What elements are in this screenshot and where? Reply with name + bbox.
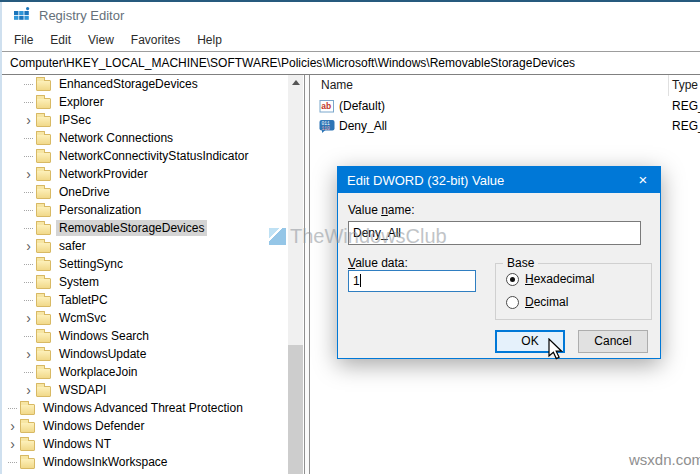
- tree-item-label: RemovableStorageDevices: [56, 220, 207, 236]
- tree-item[interactable]: NetworkConnectivityStatusIndicator: [2, 147, 288, 165]
- tree-item-label: SettingSync: [56, 256, 126, 272]
- value-type-cell: REG_: [672, 119, 700, 133]
- expand-arrow-icon[interactable]: ›: [6, 435, 19, 453]
- tree-item[interactable]: › Windows Defender: [2, 417, 288, 435]
- value-row-deny-all[interactable]: 011 110 Deny_All REG_: [311, 116, 700, 136]
- tree-item[interactable]: System: [2, 273, 288, 291]
- folder-icon: [36, 368, 51, 379]
- tree-item[interactable]: › WindowsUpdate: [2, 345, 288, 363]
- folder-icon: [36, 386, 51, 397]
- column-separator[interactable]: [668, 75, 669, 96]
- folder-icon: [36, 188, 51, 199]
- expand-arrow-icon[interactable]: ›: [22, 237, 35, 255]
- window-title: Registry Editor: [39, 8, 124, 23]
- tree-item[interactable]: › NetworkProvider: [2, 165, 288, 183]
- string-value-icon: ab: [319, 98, 335, 114]
- tree-item[interactable]: › WSDAPI: [2, 381, 288, 399]
- base-group-box: Base Hexadecimal Decimal: [495, 263, 652, 320]
- tree-item[interactable]: › IPSec: [2, 111, 288, 129]
- tree-item-label: WcmSvc: [56, 310, 109, 326]
- up-arrow-icon: [292, 80, 300, 85]
- column-header-name[interactable]: Name: [321, 78, 353, 92]
- svg-text:ab: ab: [321, 101, 331, 111]
- scrollbar-up-button[interactable]: [288, 75, 303, 90]
- column-header-type[interactable]: Type: [672, 78, 698, 92]
- tree-branch-dots: [22, 129, 35, 147]
- tree-branch-dots: [22, 219, 35, 237]
- tree-item-selected[interactable]: RemovableStorageDevices: [2, 219, 288, 237]
- tree-item[interactable]: WorkplaceJoin: [2, 363, 288, 381]
- expand-arrow-icon[interactable]: ›: [22, 309, 35, 327]
- tree-item[interactable]: › safer: [2, 237, 288, 255]
- menu-bar: File Edit View Favorites Help: [2, 28, 700, 51]
- menu-view[interactable]: View: [86, 31, 116, 49]
- folder-icon: [36, 134, 51, 145]
- folder-icon: [36, 296, 51, 307]
- folder-icon: [20, 440, 35, 451]
- registry-editor-icon: [13, 6, 31, 24]
- tree-vertical-scrollbar[interactable]: [288, 75, 303, 474]
- title-bar: Registry Editor: [2, 2, 700, 28]
- folder-icon: [36, 332, 51, 343]
- value-type-cell: REG_: [672, 99, 700, 113]
- tree-item[interactable]: Personalization: [2, 201, 288, 219]
- panel-splitter[interactable]: [304, 75, 310, 474]
- value-name-cell: Deny_All: [339, 119, 387, 133]
- address-bar[interactable]: Computer\HKEY_LOCAL_MACHINE\SOFTWARE\Pol…: [2, 51, 700, 75]
- dword-value-icon: 011 110: [319, 118, 335, 134]
- radio-selected-icon[interactable]: [506, 273, 519, 286]
- tree-item[interactable]: › WcmSvc: [2, 309, 288, 327]
- tree-item[interactable]: WindowsInkWorkspace: [2, 453, 288, 471]
- tree-item[interactable]: EnhancedStorageDevices: [2, 75, 288, 93]
- registry-editor-window: Registry Editor File Edit View Favorites…: [0, 0, 700, 474]
- value-name-input[interactable]: Deny_All: [348, 221, 641, 245]
- menu-file[interactable]: File: [12, 31, 35, 49]
- cancel-button[interactable]: Cancel: [578, 330, 648, 353]
- value-name-cell: (Default): [339, 99, 385, 113]
- radio-unselected-icon[interactable]: [506, 296, 519, 309]
- dialog-close-button[interactable]: ×: [626, 167, 660, 193]
- tree-branch-dots: [22, 75, 35, 93]
- folder-icon: [20, 404, 35, 415]
- menu-favorites[interactable]: Favorites: [129, 31, 182, 49]
- tree-item[interactable]: › Windows NT: [2, 435, 288, 453]
- tree-branch-dots: [22, 93, 35, 111]
- hexadecimal-radio[interactable]: Hexadecimal: [506, 272, 594, 286]
- tree-item[interactable]: SettingSync: [2, 255, 288, 273]
- tree-item[interactable]: Network Connections: [2, 129, 288, 147]
- folder-icon: [36, 98, 51, 109]
- value-row-default[interactable]: ab (Default) REG_: [311, 96, 700, 116]
- tree-item-label: safer: [56, 238, 89, 254]
- tree-item-label: Windows NT: [40, 436, 114, 452]
- folder-icon: [36, 242, 51, 253]
- expand-arrow-icon[interactable]: ›: [22, 381, 35, 399]
- value-name-label: Value name:: [348, 203, 415, 217]
- value-data-input[interactable]: 1: [348, 270, 476, 292]
- expand-arrow-icon[interactable]: ›: [6, 417, 19, 435]
- menu-help[interactable]: Help: [195, 31, 224, 49]
- folder-icon: [20, 422, 35, 433]
- tree-item[interactable]: OneDrive: [2, 183, 288, 201]
- folder-icon: [20, 458, 35, 469]
- tree-item-label: Windows Advanced Threat Protection: [40, 400, 246, 416]
- decimal-radio[interactable]: Decimal: [506, 295, 568, 309]
- tree-item[interactable]: Explorer: [2, 93, 288, 111]
- tree-item-label: WindowsInkWorkspace: [40, 454, 171, 470]
- tree-item[interactable]: Windows Advanced Threat Protection: [2, 399, 288, 417]
- tree-item[interactable]: Windows Search: [2, 327, 288, 345]
- expand-arrow-icon[interactable]: ›: [22, 165, 35, 183]
- list-header: Name Type: [311, 75, 700, 96]
- expand-arrow-icon[interactable]: ›: [22, 345, 35, 363]
- value-data-label: Value data:: [348, 256, 408, 270]
- tree-item-label: System: [56, 274, 102, 290]
- tree-item[interactable]: TabletPC: [2, 291, 288, 309]
- tree-branch-dots: [22, 291, 35, 309]
- tree-branch-dots: [22, 255, 35, 273]
- scrollbar-thumb[interactable]: [288, 345, 303, 474]
- tree-branch-dots: [6, 453, 19, 471]
- dialog-title: Edit DWORD (32-bit) Value: [347, 173, 504, 188]
- tree-item-label: Explorer: [56, 94, 107, 110]
- ok-button[interactable]: OK: [495, 330, 565, 353]
- menu-edit[interactable]: Edit: [48, 31, 73, 49]
- expand-arrow-icon[interactable]: ›: [22, 111, 35, 129]
